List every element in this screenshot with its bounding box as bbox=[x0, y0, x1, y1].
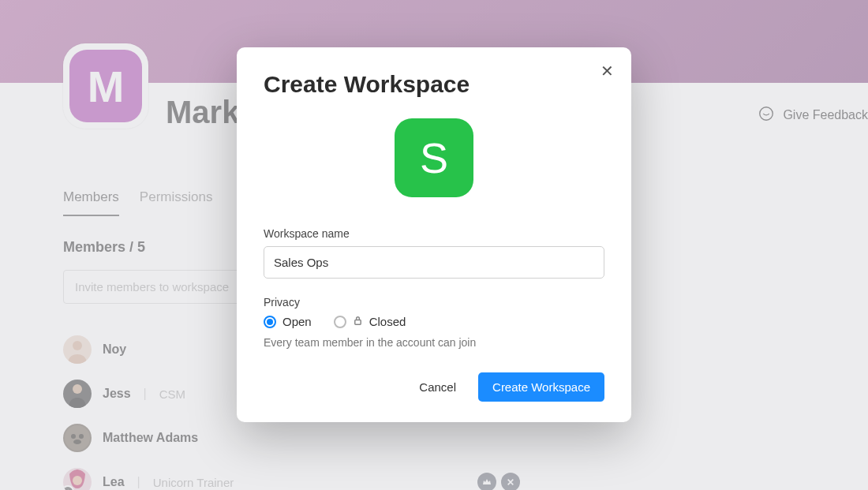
privacy-closed-label: Closed bbox=[369, 315, 406, 328]
modal-title: Create Workspace bbox=[264, 71, 604, 98]
radio-icon bbox=[334, 316, 346, 328]
create-workspace-modal: ✕ Create Workspace S Workspace name Priv… bbox=[237, 47, 631, 422]
radio-icon bbox=[264, 316, 276, 328]
workspace-name-input[interactable] bbox=[264, 246, 604, 279]
lock-icon bbox=[353, 315, 363, 328]
modal-overlay[interactable]: ✕ Create Workspace S Workspace name Priv… bbox=[0, 0, 868, 490]
create-workspace-button[interactable]: Create Workspace bbox=[478, 372, 604, 402]
new-workspace-icon[interactable]: S bbox=[395, 118, 473, 197]
privacy-option-open[interactable]: Open bbox=[264, 315, 312, 328]
privacy-open-label: Open bbox=[282, 315, 312, 328]
close-icon[interactable]: ✕ bbox=[600, 63, 614, 79]
privacy-label: Privacy bbox=[264, 296, 604, 309]
svg-rect-8 bbox=[354, 320, 360, 325]
cancel-button[interactable]: Cancel bbox=[405, 372, 470, 402]
privacy-description: Every team member in the account can joi… bbox=[264, 336, 604, 349]
workspace-name-label: Workspace name bbox=[264, 227, 604, 240]
privacy-option-closed[interactable]: Closed bbox=[334, 315, 406, 328]
